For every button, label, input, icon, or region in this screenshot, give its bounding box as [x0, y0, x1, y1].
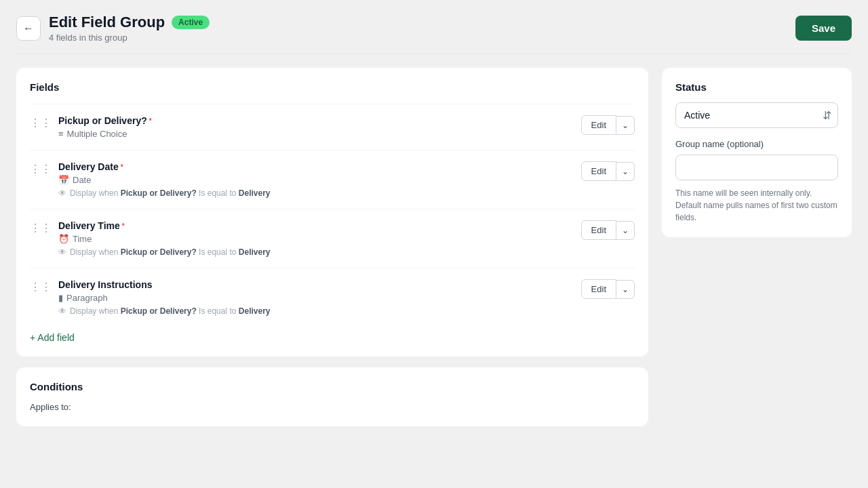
- title-area: Edit Field Group Active 4 fields in this…: [49, 14, 210, 43]
- dropdown-button[interactable]: ⌄: [616, 162, 635, 181]
- group-name-input[interactable]: [675, 155, 838, 180]
- list-icon: ≡: [58, 129, 64, 139]
- eye-icon: 👁: [58, 247, 66, 257]
- fields-card: Fields ⋮⋮ Pickup or Delivery?* ≡ Multipl…: [16, 68, 648, 357]
- paragraph-icon: ▮: [58, 293, 63, 303]
- field-name: Delivery Instructions: [58, 279, 574, 290]
- group-name-label: Group name (optional): [675, 139, 838, 149]
- group-name-hint: This name will be seen internally only. …: [675, 187, 838, 224]
- drag-handle-icon[interactable]: ⋮⋮: [30, 163, 52, 176]
- edit-button[interactable]: Edit: [581, 161, 616, 181]
- clock-icon: ⏰: [58, 234, 69, 244]
- field-type-text: Paragraph: [66, 293, 108, 303]
- edit-button[interactable]: Edit: [581, 115, 616, 135]
- active-badge: Active: [172, 16, 210, 29]
- field-name: Pickup or Delivery?*: [58, 115, 574, 126]
- field-item: ⋮⋮ Delivery Instructions ▮ Paragraph 👁 D…: [30, 268, 635, 327]
- field-actions: Edit ⌄: [581, 161, 635, 181]
- required-star: *: [149, 117, 152, 125]
- field-name: Delivery Date*: [58, 161, 574, 172]
- field-actions: Edit ⌄: [581, 279, 635, 299]
- back-button[interactable]: ←: [16, 16, 41, 41]
- conditions-title: Conditions: [30, 381, 635, 392]
- field-info: Pickup or Delivery?* ≡ Multiple Choice: [58, 115, 574, 139]
- field-type-text: Multiple Choice: [67, 129, 127, 139]
- edit-button[interactable]: Edit: [581, 220, 616, 240]
- field-type-row: ⏰ Time: [58, 234, 574, 244]
- dropdown-button[interactable]: ⌄: [616, 280, 635, 299]
- edit-button[interactable]: Edit: [581, 279, 616, 299]
- field-type-row: ≡ Multiple Choice: [58, 129, 574, 139]
- status-card: Status Active Inactive ⇵ Group name (opt…: [662, 68, 852, 237]
- calendar-icon: 📅: [58, 175, 69, 185]
- field-condition: 👁 Display when Pickup or Delivery? Is eq…: [58, 188, 574, 198]
- add-field-button[interactable]: + Add field: [30, 327, 75, 343]
- field-condition: 👁 Display when Pickup or Delivery? Is eq…: [58, 247, 574, 257]
- chevron-down-icon: ⌄: [622, 226, 629, 235]
- required-star: *: [121, 163, 123, 171]
- conditions-card: Conditions Applies to:: [16, 367, 648, 426]
- applies-to-label: Applies to:: [30, 402, 71, 412]
- field-info: Delivery Instructions ▮ Paragraph 👁 Disp…: [58, 279, 574, 316]
- field-name: Delivery Time*: [58, 220, 574, 231]
- drag-handle-icon[interactable]: ⋮⋮: [30, 222, 52, 235]
- status-title: Status: [675, 81, 838, 93]
- page-title: Edit Field Group: [49, 14, 165, 31]
- eye-icon: 👁: [58, 306, 66, 316]
- eye-icon: 👁: [58, 188, 66, 198]
- required-star: *: [122, 222, 125, 230]
- chevron-down-icon: ⌄: [622, 121, 629, 130]
- fields-title: Fields: [30, 81, 635, 93]
- field-type-row: 📅 Date: [58, 175, 574, 185]
- status-select[interactable]: Active Inactive: [675, 102, 838, 128]
- field-actions: Edit ⌄: [581, 115, 635, 135]
- drag-handle-icon[interactable]: ⋮⋮: [30, 281, 52, 293]
- field-type-text: Time: [73, 234, 92, 244]
- condition-text: Display when Pickup or Delivery? Is equa…: [70, 188, 271, 198]
- field-item: ⋮⋮ Delivery Time* ⏰ Time 👁 Display when …: [30, 209, 635, 268]
- condition-text: Display when Pickup or Delivery? Is equa…: [70, 306, 271, 316]
- status-select-wrapper: Active Inactive ⇵: [675, 102, 838, 128]
- drag-handle-icon[interactable]: ⋮⋮: [30, 117, 52, 129]
- field-item: ⋮⋮ Pickup or Delivery?* ≡ Multiple Choic…: [30, 104, 635, 150]
- field-type-row: ▮ Paragraph: [58, 293, 574, 303]
- field-type-text: Date: [73, 175, 91, 185]
- field-condition: 👁 Display when Pickup or Delivery? Is eq…: [58, 306, 574, 316]
- field-actions: Edit ⌄: [581, 220, 635, 240]
- condition-text: Display when Pickup or Delivery? Is equa…: [70, 247, 271, 257]
- dropdown-button[interactable]: ⌄: [616, 116, 635, 135]
- field-info: Delivery Time* ⏰ Time 👁 Display when Pic…: [58, 220, 574, 257]
- chevron-down-icon: ⌄: [622, 167, 629, 176]
- chevron-down-icon: ⌄: [622, 285, 629, 294]
- save-button[interactable]: Save: [795, 16, 852, 41]
- field-item: ⋮⋮ Delivery Date* 📅 Date 👁 Display when …: [30, 150, 635, 209]
- dropdown-button[interactable]: ⌄: [616, 221, 635, 240]
- subtitle: 4 fields in this group: [49, 33, 210, 43]
- field-info: Delivery Date* 📅 Date 👁 Display when Pic…: [58, 161, 574, 198]
